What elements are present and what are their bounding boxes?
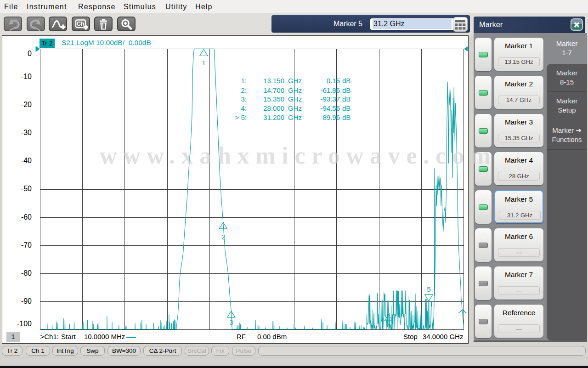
svg-text:Ch: Ch	[76, 21, 84, 27]
